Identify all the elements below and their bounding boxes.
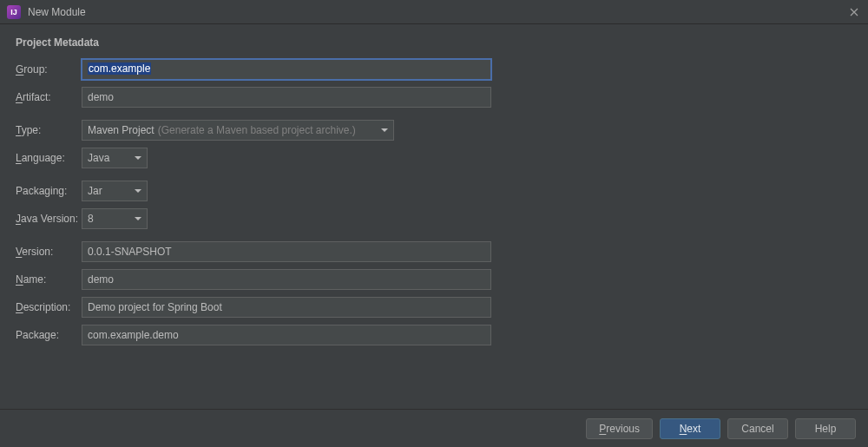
help-button[interactable]: Help (795, 418, 856, 439)
window-title: New Module (28, 6, 86, 18)
chevron-down-icon (135, 189, 141, 193)
description-label: Description: (16, 301, 82, 313)
name-label: Name: (16, 273, 82, 286)
language-value: Java (88, 152, 109, 164)
java-version-label: Java Version: (16, 213, 82, 225)
cancel-button[interactable]: Cancel (727, 418, 788, 439)
java-version-dropdown[interactable]: 8 (82, 208, 148, 229)
description-input[interactable] (82, 297, 491, 318)
type-dropdown[interactable]: Maven Project (Generate a Maven based pr… (82, 120, 394, 141)
version-label: Version: (16, 246, 82, 258)
language-label: Language: (16, 152, 82, 164)
group-label: Group: (16, 63, 82, 76)
titlebar: IJ New Module (0, 0, 868, 24)
packaging-dropdown[interactable]: Jar (82, 181, 148, 201)
version-input[interactable] (82, 241, 491, 262)
chevron-down-icon (135, 156, 141, 160)
package-label: Package: (16, 329, 82, 341)
packaging-label: Packaging: (16, 185, 82, 197)
packaging-value: Jar (88, 185, 102, 197)
type-hint: (Generate a Maven based project archive.… (158, 124, 356, 136)
artifact-input[interactable] (82, 87, 491, 108)
content: Project Metadata Group: com.example Arti… (0, 24, 868, 345)
type-value: Maven Project (88, 124, 155, 136)
close-icon[interactable] (847, 5, 861, 19)
package-input[interactable] (82, 325, 491, 345)
group-input[interactable]: com.example (82, 59, 491, 80)
type-label: Type: (16, 124, 82, 136)
chevron-down-icon (135, 217, 141, 220)
artifact-label: Artifact: (16, 91, 82, 103)
footer: Previous Next Cancel Help (0, 409, 868, 447)
app-icon: IJ (7, 5, 21, 19)
java-version-value: 8 (88, 213, 94, 225)
next-button[interactable]: Next (660, 418, 720, 439)
previous-button[interactable]: Previous (586, 418, 653, 439)
name-input[interactable] (82, 269, 491, 290)
chevron-down-icon (381, 128, 388, 132)
language-dropdown[interactable]: Java (82, 148, 148, 168)
section-title: Project Metadata (16, 36, 852, 49)
